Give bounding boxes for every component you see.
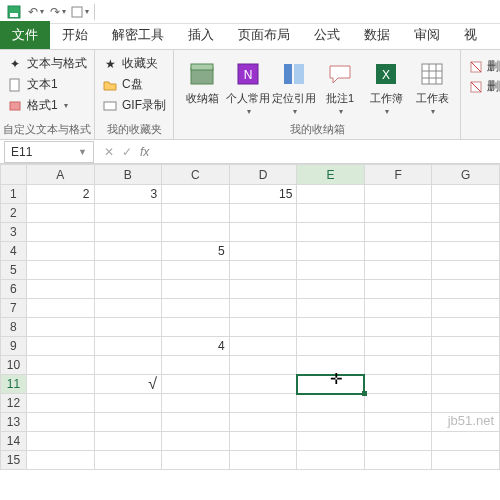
col-header-A[interactable]: A (26, 165, 94, 185)
cell[interactable] (364, 413, 432, 432)
cell[interactable] (297, 413, 365, 432)
cell[interactable] (432, 451, 500, 470)
cell[interactable] (364, 451, 432, 470)
row-header[interactable]: 14 (1, 432, 27, 451)
btn-text1[interactable]: 文本1 (6, 75, 88, 94)
fx-cancel-icon[interactable]: ✕ (104, 145, 114, 159)
cell[interactable] (229, 375, 297, 394)
tab-formula[interactable]: 公式 (302, 21, 352, 49)
cell[interactable]: 4 (162, 337, 230, 356)
cell[interactable] (364, 223, 432, 242)
row-header[interactable]: 4 (1, 242, 27, 261)
row-header[interactable]: 7 (1, 299, 27, 318)
cell[interactable] (229, 223, 297, 242)
cell[interactable] (94, 223, 162, 242)
cell[interactable] (229, 432, 297, 451)
cell[interactable] (432, 356, 500, 375)
save-icon[interactable] (4, 2, 24, 22)
cell[interactable] (162, 204, 230, 223)
fx-icon[interactable]: fx (140, 145, 149, 159)
cell[interactable] (364, 394, 432, 413)
cell[interactable] (432, 261, 500, 280)
cell[interactable] (229, 318, 297, 337)
select-all-corner[interactable] (1, 165, 27, 185)
cell[interactable] (364, 318, 432, 337)
spreadsheet-grid[interactable]: A B C D E F G 12315 2 3 45 5 6 7 8 94 10… (0, 164, 500, 470)
cell[interactable] (364, 204, 432, 223)
cell[interactable] (162, 185, 230, 204)
cell[interactable] (162, 223, 230, 242)
cell[interactable] (94, 356, 162, 375)
cell[interactable] (26, 337, 94, 356)
btn-favorites[interactable]: ★收藏夹 (101, 54, 167, 73)
tab-decrypt[interactable]: 解密工具 (100, 21, 176, 49)
col-header-G[interactable]: G (432, 165, 500, 185)
cell[interactable] (432, 223, 500, 242)
btn-comment1[interactable]: 批注1 (318, 54, 362, 124)
btn-storage-box[interactable]: 收纳箱 (180, 54, 224, 124)
cell[interactable] (297, 356, 365, 375)
cell[interactable] (26, 242, 94, 261)
cell[interactable] (26, 299, 94, 318)
row-header[interactable]: 15 (1, 451, 27, 470)
btn-personal-common[interactable]: N个人常用 (226, 54, 270, 124)
cell[interactable] (26, 356, 94, 375)
cell[interactable] (364, 299, 432, 318)
cell[interactable] (432, 318, 500, 337)
cell[interactable] (94, 337, 162, 356)
cell[interactable] (364, 261, 432, 280)
cell[interactable] (229, 261, 297, 280)
cell[interactable] (297, 318, 365, 337)
cell[interactable] (94, 451, 162, 470)
cell[interactable] (364, 185, 432, 204)
cell[interactable] (162, 451, 230, 470)
cell[interactable] (364, 432, 432, 451)
tab-home[interactable]: 开始 (50, 21, 100, 49)
cell[interactable] (297, 451, 365, 470)
cell[interactable] (94, 413, 162, 432)
cell[interactable] (229, 451, 297, 470)
cell[interactable] (229, 299, 297, 318)
cell[interactable] (297, 394, 365, 413)
cell[interactable] (432, 185, 500, 204)
cell[interactable] (229, 204, 297, 223)
name-box[interactable]: E11 ▼ (4, 141, 94, 163)
cell[interactable] (26, 261, 94, 280)
row-header[interactable]: 3 (1, 223, 27, 242)
cell[interactable] (94, 204, 162, 223)
cell[interactable] (297, 299, 365, 318)
cell[interactable] (94, 394, 162, 413)
btn-format1[interactable]: 格式1 (6, 96, 88, 115)
cell[interactable] (94, 432, 162, 451)
cell[interactable] (297, 337, 365, 356)
cell[interactable] (26, 223, 94, 242)
cell[interactable] (297, 242, 365, 261)
fx-confirm-icon[interactable]: ✓ (122, 145, 132, 159)
cell[interactable] (94, 261, 162, 280)
row-header[interactable]: 9 (1, 337, 27, 356)
cell[interactable]: 15 (229, 185, 297, 204)
cell[interactable] (162, 280, 230, 299)
row-header[interactable]: 10 (1, 356, 27, 375)
cell[interactable] (364, 337, 432, 356)
btn-delete-1[interactable]: 删除未 (469, 58, 500, 75)
cell[interactable] (432, 337, 500, 356)
cell[interactable]: 5 (162, 242, 230, 261)
tab-layout[interactable]: 页面布局 (226, 21, 302, 49)
col-header-E[interactable]: E (297, 165, 365, 185)
row-header[interactable]: 8 (1, 318, 27, 337)
cell[interactable] (297, 432, 365, 451)
cell[interactable]: 3 (94, 185, 162, 204)
cell[interactable] (364, 242, 432, 261)
cell[interactable] (26, 432, 94, 451)
cell[interactable] (229, 337, 297, 356)
btn-cdrive[interactable]: C盘 (101, 75, 167, 94)
row-header[interactable]: 12 (1, 394, 27, 413)
qat-more-icon[interactable] (70, 2, 90, 22)
cell[interactable] (432, 375, 500, 394)
selected-cell[interactable] (297, 375, 365, 394)
cell[interactable] (364, 356, 432, 375)
cell[interactable] (364, 375, 432, 394)
undo-icon[interactable]: ↶ (26, 2, 46, 22)
cell[interactable] (94, 299, 162, 318)
